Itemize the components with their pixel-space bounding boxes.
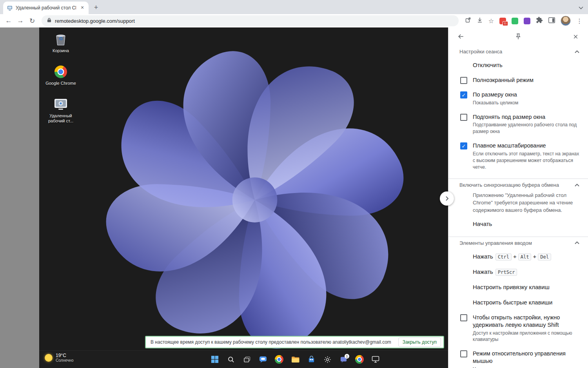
recycle-bin-icon: ♻ — [54, 32, 68, 46]
session-options-panel: Настройки сеанса Отключить Полноэкранный… — [448, 27, 588, 368]
pin-icon[interactable] — [513, 31, 524, 42]
remote-session-monitor-icon[interactable] — [369, 353, 382, 366]
option-fullscreen[interactable]: Полноэкранный режим — [448, 73, 588, 87]
desktop-icon-recycle-bin[interactable]: ♻ Корзина — [43, 32, 78, 54]
windows-taskbar: 19°C Солнечно — [39, 350, 448, 368]
browser-toolbar: ← → ↻ remotedesktop.google.com/support ☆… — [0, 14, 588, 27]
close-icon[interactable] — [570, 31, 581, 42]
option-label: Чтобы открыть настройки, нужно удерживат… — [473, 314, 579, 329]
toolbar-icons: ☆ 11 ⋮ — [463, 16, 585, 26]
back-icon[interactable] — [456, 31, 466, 42]
plus-sign: + — [513, 253, 517, 260]
side-panel-icon[interactable] — [548, 17, 555, 25]
start-clipboard-button[interactable]: Начать — [473, 217, 579, 232]
option-shift-for-settings[interactable]: Чтобы открыть настройки, нужно удерживат… — [448, 310, 588, 346]
chrome-taskbar-icon-2[interactable] — [353, 353, 366, 366]
forward-button[interactable]: → — [15, 15, 26, 26]
stop-sharing-button[interactable]: Закрыть доступ — [398, 337, 441, 347]
messages-icon[interactable]: 1 — [337, 353, 350, 366]
remote-desktop-screen[interactable]: ♻ Корзина Google Chrome Удаленный рабочи… — [39, 27, 448, 368]
press-label: Нажать — [473, 268, 493, 275]
clipboard-permission-text: Приложению "Удаленный рабочий стол Chrom… — [473, 192, 578, 214]
checkbox[interactable] — [460, 77, 467, 84]
option-relative-mouse-mode[interactable]: Режим относительного управления мышью Ул… — [448, 346, 588, 368]
key-del: Del — [538, 253, 551, 261]
extensions-puzzle-icon[interactable] — [536, 16, 543, 25]
page-content: ♻ Корзина Google Chrome Удаленный рабочи… — [0, 27, 588, 368]
remote-viewport: ♻ Корзина Google Chrome Удаленный рабочи… — [0, 27, 448, 368]
panel-collapse-button[interactable] — [440, 191, 454, 206]
press-label: Нажать — [473, 253, 493, 260]
share-icon[interactable] — [465, 17, 471, 25]
section-session-options[interactable]: Настройки сеанса — [448, 46, 588, 58]
taskbar-weather-widget[interactable]: 19°C Солнечно — [45, 353, 73, 363]
configure-key-mappings-button[interactable]: Настроить привязку клавиш — [473, 280, 579, 295]
key-ctrl: Ctrl — [495, 253, 512, 261]
section-title: Настройки сеанса — [459, 49, 502, 55]
download-icon[interactable] — [477, 17, 483, 25]
bookmark-star-icon[interactable]: ☆ — [488, 17, 494, 25]
press-ctrl-alt-del-button[interactable]: Нажать Ctrl+Alt+Del — [473, 249, 579, 264]
address-bar[interactable]: remotedesktop.google.com/support — [42, 15, 459, 26]
panel-header — [448, 27, 588, 46]
option-subtext: Доступ к настройкам приложения с помощью… — [473, 330, 579, 343]
remote-desktop-app-icon — [54, 97, 68, 111]
profile-avatar[interactable] — [561, 16, 571, 26]
chat-icon[interactable] — [257, 353, 269, 366]
weather-temp: 19°C — [56, 353, 73, 358]
extension-icon-green[interactable] — [512, 18, 518, 24]
reload-button[interactable]: ↻ — [27, 15, 38, 26]
chrome-taskbar-icon[interactable] — [273, 353, 285, 366]
file-explorer-icon[interactable] — [289, 353, 301, 366]
disconnect-button[interactable]: Отключить — [473, 58, 579, 73]
extension-icon-red[interactable]: 11 — [499, 18, 506, 24]
option-subtext: Подстраивание удаленного рабочего стола … — [473, 122, 579, 135]
configure-shortcuts-button[interactable]: Настроить быстрые клавиши — [473, 295, 579, 310]
new-tab-button[interactable]: + — [91, 3, 101, 13]
tab-title: Удаленный рабочий стол Chr — [16, 5, 76, 11]
back-button[interactable]: ← — [3, 15, 14, 26]
weather-condition: Солнечно — [56, 358, 73, 363]
tab-close-icon[interactable]: × — [79, 5, 85, 11]
checkbox[interactable] — [460, 142, 467, 149]
sun-icon — [45, 354, 53, 362]
extension-badge: 11 — [503, 21, 508, 26]
windows-bloom-wallpaper — [82, 27, 427, 365]
tab-strip: Удаленный рабочий стол Chr × + — [0, 0, 588, 14]
url-text: remotedesktop.google.com/support — [55, 18, 135, 24]
start-icon[interactable] — [209, 353, 221, 366]
icon-label: Google Chrome — [45, 81, 76, 86]
option-resize-to-fit[interactable]: Подгонять под размер окна Подстраивание … — [448, 110, 588, 138]
remote-desktop-favicon — [7, 5, 13, 11]
option-subtext: Улучшить совместимость с определенными п… — [473, 366, 579, 368]
option-subtext: Если отключить этот параметр, текст на э… — [473, 151, 579, 170]
browser-menu-icon[interactable]: ⋮ — [576, 17, 583, 25]
desktop-icon-remote-desktop[interactable]: Удаленный рабочий ст... — [43, 97, 78, 124]
checkbox[interactable] — [460, 350, 467, 357]
section-title: Включить синхронизацию буфера обмена — [459, 182, 559, 188]
key-prtscr: PrtScr — [495, 269, 517, 276]
extension-icon-purple[interactable] — [524, 18, 530, 24]
section-clipboard-sync[interactable]: Включить синхронизацию буфера обмена — [448, 179, 588, 191]
settings-gear-icon[interactable] — [321, 353, 334, 366]
option-fit-to-window[interactable]: По размеру окна Показывать целиком — [448, 87, 588, 110]
icon-label: Корзина — [53, 48, 69, 54]
option-label: По размеру окна — [473, 91, 518, 98]
task-view-icon[interactable] — [241, 353, 253, 366]
search-icon[interactable] — [225, 353, 237, 366]
checkbox[interactable] — [460, 91, 467, 98]
option-smooth-scaling[interactable]: Плавное масштабирование Если отключить э… — [448, 138, 588, 174]
lock-icon[interactable] — [47, 17, 51, 24]
press-prtscr-button[interactable]: Нажать PrtScr — [473, 264, 579, 280]
microsoft-store-icon[interactable] — [305, 353, 318, 366]
chevron-up-icon — [575, 184, 579, 187]
option-label: Плавное масштабирование — [473, 142, 579, 149]
option-label: Подгонять под размер окна — [473, 113, 579, 121]
desktop-icon-google-chrome[interactable]: Google Chrome — [43, 65, 78, 86]
chevron-up-icon — [575, 50, 579, 53]
checkbox[interactable] — [460, 314, 467, 321]
section-input-controls[interactable]: Элементы управления вводом — [448, 237, 588, 249]
checkbox[interactable] — [460, 114, 467, 121]
browser-tab[interactable]: Удаленный рабочий стол Chr × — [3, 2, 89, 14]
chevron-down-icon[interactable] — [579, 4, 583, 11]
